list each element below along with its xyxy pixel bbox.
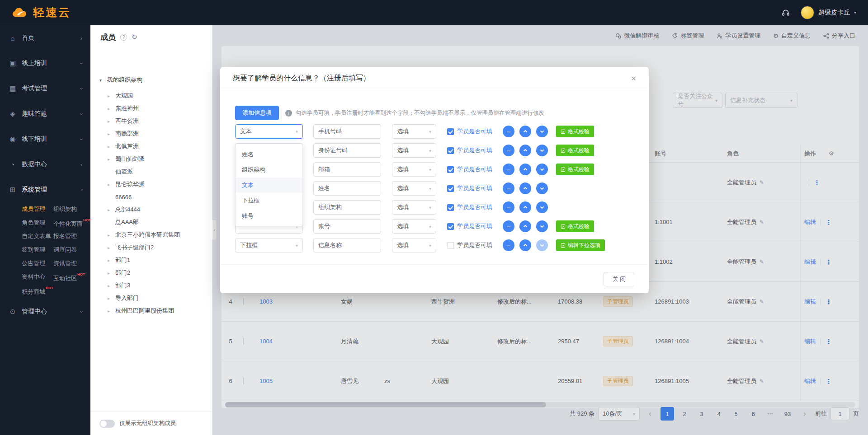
submenu-checkin[interactable]: 签到管理 bbox=[22, 243, 53, 257]
student-fillable-checkbox[interactable]: 学员是否可填 bbox=[447, 127, 492, 136]
tree-node[interactable]: ▸部门3 bbox=[90, 279, 212, 292]
student-fillable-checkbox[interactable]: 学员是否可填 bbox=[447, 203, 492, 211]
expand-caret-icon[interactable]: ▸ bbox=[108, 94, 115, 98]
sidebar-item-management-center[interactable]: ⊙ 管理中心 › bbox=[0, 299, 90, 324]
tree-node[interactable]: 总AAA部 bbox=[90, 216, 212, 229]
submenu-news[interactable]: 资讯管理 bbox=[53, 257, 91, 270]
no-org-members-toggle[interactable] bbox=[99, 420, 115, 428]
student-fillable-checkbox[interactable]: 学员是否可填 bbox=[447, 146, 492, 154]
sidebar-item-quiz[interactable]: ◈ 趣味答题 › bbox=[0, 101, 90, 126]
remove-field-button[interactable]: − bbox=[503, 164, 514, 175]
field-name-input[interactable]: 账号 bbox=[313, 219, 381, 234]
submenu-custom-form[interactable]: 自定义表单 bbox=[22, 229, 53, 243]
move-down-button[interactable] bbox=[536, 145, 548, 156]
expand-caret-icon[interactable]: ▸ bbox=[108, 271, 115, 276]
sidebar-item-data-center[interactable]: ◔ 数据中心 › bbox=[0, 152, 90, 177]
refresh-icon[interactable]: ↻ bbox=[132, 33, 137, 41]
support-headset-icon[interactable] bbox=[782, 9, 790, 17]
expand-caret-icon[interactable]: ▸ bbox=[108, 207, 115, 212]
expand-caret-icon[interactable]: ▸ bbox=[108, 131, 115, 136]
field-name-input[interactable]: 姓名 bbox=[313, 181, 381, 196]
tree-node[interactable]: ▸部门2 bbox=[90, 267, 212, 279]
field-name-input[interactable]: 组织架构 bbox=[313, 200, 381, 215]
required-select[interactable]: 选填▾ bbox=[392, 219, 436, 234]
field-name-input[interactable]: 手机号码 bbox=[313, 124, 381, 139]
tree-node[interactable]: ▸北俱芦洲 bbox=[90, 140, 212, 153]
field-name-input[interactable]: 身份证号码 bbox=[313, 143, 381, 158]
tree-node[interactable]: ▸西牛贺洲 bbox=[90, 115, 212, 127]
sidebar-item-exam-management[interactable]: ▤ 考试管理 › bbox=[0, 76, 90, 101]
dropdown-option[interactable]: 姓名 bbox=[236, 147, 302, 162]
tree-node[interactable]: ▸昆仑琼华派 bbox=[90, 178, 212, 191]
expand-caret-icon[interactable]: ▸ bbox=[108, 296, 115, 301]
sidebar-item-online-training[interactable]: ▣ 线上培训 › bbox=[0, 51, 90, 76]
submenu-survey[interactable]: 调查问卷 bbox=[53, 243, 91, 257]
expand-caret-icon[interactable]: ▸ bbox=[108, 182, 115, 187]
tree-node[interactable]: ▸杭州巴巴阿里股份集团 bbox=[90, 304, 212, 317]
tree-root[interactable]: ▾ 我的组织架构 bbox=[90, 73, 212, 87]
format-check-button[interactable]: 格式校验 bbox=[556, 164, 594, 175]
move-up-button[interactable] bbox=[519, 182, 531, 194]
close-button[interactable]: 关 闭 bbox=[604, 272, 634, 286]
submenu-announcement[interactable]: 公告管理 bbox=[22, 257, 53, 270]
remove-field-button[interactable]: − bbox=[503, 182, 514, 194]
sidebar-item-offline-training[interactable]: ◉ 线下培训 › bbox=[0, 126, 90, 152]
move-up-button[interactable] bbox=[519, 126, 531, 137]
submenu-personalization[interactable]: 个性化页面HOT bbox=[53, 216, 91, 229]
tree-node[interactable]: ▸总部4444 bbox=[90, 203, 212, 216]
format-check-button[interactable]: 格式校验 bbox=[556, 126, 594, 137]
tree-node[interactable]: 仙霞派 bbox=[90, 165, 212, 178]
tree-node[interactable]: 66666 bbox=[90, 191, 212, 203]
field-type-select[interactable]: 文本▾ bbox=[235, 124, 303, 139]
submenu-community[interactable]: 互动社区HOT bbox=[53, 270, 91, 284]
student-fillable-checkbox[interactable]: 学员是否可填 bbox=[447, 241, 492, 249]
move-down-button[interactable] bbox=[536, 164, 548, 175]
sidebar-item-home[interactable]: ⌂ 首页 › bbox=[0, 25, 90, 51]
collapse-caret-icon[interactable]: ▾ bbox=[99, 78, 107, 83]
expand-caret-icon[interactable]: ▸ bbox=[108, 233, 115, 238]
move-up-button[interactable] bbox=[519, 201, 531, 213]
expand-caret-icon[interactable]: ▸ bbox=[108, 245, 115, 250]
remove-field-button[interactable]: − bbox=[503, 126, 514, 137]
move-down-button[interactable] bbox=[536, 220, 548, 232]
tree-node[interactable]: ▸飞书子级部门2 bbox=[90, 241, 212, 254]
tree-node[interactable]: ▸导入部门 bbox=[90, 292, 212, 304]
dropdown-option-selected[interactable]: 文本 bbox=[236, 178, 302, 193]
format-check-button[interactable]: 格式校验 bbox=[556, 220, 594, 232]
dropdown-option[interactable]: 下拉框 bbox=[236, 193, 302, 208]
format-check-button[interactable]: 格式校验 bbox=[556, 145, 594, 156]
required-select[interactable]: 选填▾ bbox=[392, 238, 436, 253]
required-select[interactable]: 选填▾ bbox=[392, 162, 436, 177]
submenu-points-mall[interactable]: 积分商城HOT bbox=[22, 284, 53, 297]
expand-caret-icon[interactable]: ▸ bbox=[108, 119, 115, 124]
required-select[interactable]: 选填▾ bbox=[392, 143, 436, 158]
student-fillable-checkbox[interactable]: 学员是否可填 bbox=[447, 165, 492, 173]
edit-dropdown-options-button[interactable]: 编辑下拉选项 bbox=[556, 239, 605, 251]
expand-caret-icon[interactable]: ▸ bbox=[108, 144, 115, 149]
move-down-button[interactable] bbox=[536, 201, 548, 213]
move-down-button[interactable] bbox=[536, 126, 548, 137]
student-fillable-checkbox[interactable]: 学员是否可填 bbox=[447, 184, 492, 192]
field-name-input[interactable]: 邮箱 bbox=[313, 162, 381, 177]
help-icon[interactable]: ? bbox=[120, 34, 127, 41]
logo[interactable]: 轻速云 bbox=[12, 5, 71, 20]
field-name-input[interactable]: 信息名称 bbox=[313, 238, 381, 253]
expand-caret-icon[interactable]: ▸ bbox=[108, 157, 115, 162]
remove-field-button[interactable]: − bbox=[503, 220, 514, 232]
move-up-button[interactable] bbox=[519, 239, 531, 251]
tree-node[interactable]: ▸蜀山仙剑派 bbox=[90, 153, 212, 165]
tree-node[interactable]: ▸东胜神州 bbox=[90, 102, 212, 115]
move-up-button[interactable] bbox=[519, 145, 531, 156]
submenu-org-structure[interactable]: 组织架构 bbox=[53, 202, 91, 216]
student-fillable-checkbox[interactable]: 学员是否可填 bbox=[447, 222, 492, 230]
tree-node[interactable]: ▸大观园 bbox=[90, 89, 212, 102]
remove-field-button[interactable]: − bbox=[503, 201, 514, 213]
expand-caret-icon[interactable]: ▸ bbox=[108, 106, 115, 111]
dropdown-option[interactable]: 组织架构 bbox=[236, 162, 302, 178]
close-icon[interactable]: × bbox=[631, 74, 636, 84]
dropdown-option[interactable]: 账号 bbox=[236, 208, 302, 224]
submenu-member-management[interactable]: 成员管理 bbox=[22, 202, 53, 216]
required-select[interactable]: 选填▾ bbox=[392, 200, 436, 215]
user-menu[interactable]: 超级皮卡丘 ▾ bbox=[801, 6, 856, 19]
submenu-registration[interactable]: 报名管理 bbox=[53, 229, 91, 243]
